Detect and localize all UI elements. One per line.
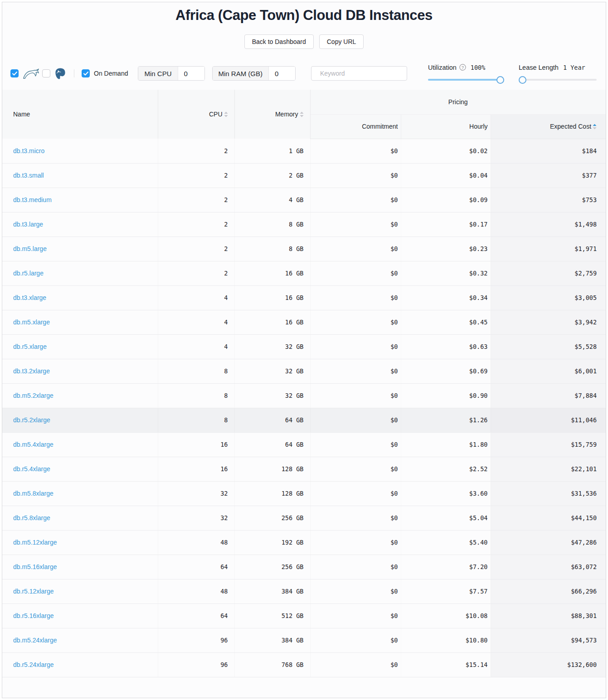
instance-name-link[interactable]: db.r5.2xlarge (13, 416, 50, 424)
cell-hourly: $0.09 (401, 188, 491, 212)
cell-memory: 1 GB (234, 139, 310, 163)
cell-cpu: 96 (158, 652, 234, 677)
instance-name-link[interactable]: db.r5.4xlarge (13, 465, 50, 473)
postgresql-checkbox[interactable] (42, 69, 50, 77)
cell-commitment: $0 (310, 457, 401, 481)
cell-expected-cost: $44,150 (491, 506, 606, 530)
instance-table-body: db.t3.micro21 GB$0$0.02$184db.t3.small22… (2, 139, 606, 677)
instance-name-link[interactable]: db.m5.xlarge (13, 319, 50, 326)
table-row: db.t3.micro21 GB$0$0.02$184 (2, 139, 606, 163)
cell-name: db.m5.4xlarge (2, 432, 158, 457)
cell-cpu: 8 (158, 408, 234, 432)
cell-expected-cost: $1,971 (491, 237, 606, 261)
cell-expected-cost: $5,528 (491, 334, 606, 359)
cell-cpu: 2 (158, 163, 234, 188)
instance-name-link[interactable]: db.t3.2xlarge (13, 367, 50, 375)
cell-commitment: $0 (310, 652, 401, 677)
table-row: db.t3.small22 GB$0$0.04$377 (2, 163, 606, 188)
instance-name-link[interactable]: db.m5.12xlarge (13, 539, 57, 546)
instance-name-link[interactable]: db.r5.large (13, 270, 44, 277)
cell-commitment: $0 (310, 530, 401, 555)
cell-cpu: 32 (158, 506, 234, 530)
cell-memory: 64 GB (234, 408, 310, 432)
min-ram-input[interactable] (269, 67, 295, 80)
instance-name-link[interactable]: db.m5.large (13, 245, 47, 252)
utilization-slider-handle[interactable] (496, 76, 504, 84)
table-row: db.r5.xlarge432 GB$0$0.63$5,528 (2, 334, 606, 359)
cell-name: db.t3.xlarge (2, 285, 158, 310)
instance-name-link[interactable]: db.r5.24xlarge (13, 661, 54, 668)
cell-cpu: 48 (158, 579, 234, 603)
cell-expected-cost: $184 (491, 139, 606, 163)
column-header-hourly[interactable]: Hourly (401, 114, 491, 139)
checkmark-icon (83, 72, 88, 76)
mysql-checkbox[interactable] (10, 69, 19, 77)
cell-commitment: $0 (310, 237, 401, 261)
table-row: db.m5.12xlarge48192 GB$0$5.40$47,286 (2, 530, 606, 555)
min-cpu-input[interactable] (178, 67, 204, 80)
lease-length-label: Lease Length (519, 64, 559, 71)
cell-memory: 8 GB (234, 212, 310, 237)
cell-name: db.m5.16xlarge (2, 555, 158, 579)
cell-commitment: $0 (310, 188, 401, 212)
instance-name-link[interactable]: db.r5.xlarge (13, 343, 47, 350)
filter-divider (74, 69, 74, 77)
instance-name-link[interactable]: db.m5.8xlarge (13, 490, 54, 497)
instance-name-link[interactable]: db.r5.8xlarge (13, 514, 50, 521)
cell-commitment: $0 (310, 481, 401, 506)
instance-name-link[interactable]: db.r5.16xlarge (13, 612, 54, 619)
table-row: db.r5.8xlarge32256 GB$0$5.04$44,150 (2, 506, 606, 530)
column-header-expected-cost[interactable]: Expected Cost (491, 114, 606, 139)
cell-hourly: $0.17 (401, 212, 491, 237)
cell-cpu: 2 (158, 237, 234, 261)
keyword-input[interactable] (320, 70, 402, 77)
instance-name-link[interactable]: db.m5.4xlarge (13, 441, 54, 448)
table-row: db.m5.8xlarge32128 GB$0$3.60$31,536 (2, 481, 606, 506)
cell-commitment: $0 (310, 432, 401, 457)
cell-name: db.r5.2xlarge (2, 408, 158, 432)
instance-name-link[interactable]: db.t3.large (13, 221, 43, 228)
cell-hourly: $1.26 (401, 408, 491, 432)
cell-commitment: $0 (310, 310, 401, 334)
instance-name-link[interactable]: db.r5.12xlarge (13, 588, 54, 595)
cell-name: db.t3.2xlarge (2, 359, 158, 383)
instance-name-link[interactable]: db.t3.micro (13, 147, 44, 154)
cell-cpu: 4 (158, 285, 234, 310)
table-row: db.r5.2xlarge864 GB$0$1.26$11,046 (2, 408, 606, 432)
instance-name-link[interactable]: db.m5.16xlarge (13, 563, 57, 570)
cell-hourly: $0.63 (401, 334, 491, 359)
instance-name-link[interactable]: db.t3.medium (13, 196, 52, 203)
cell-commitment: $0 (310, 506, 401, 530)
utilization-slider[interactable] (428, 76, 504, 83)
instance-name-link[interactable]: db.m5.24xlarge (13, 637, 57, 644)
column-header-commitment[interactable]: Commitment (310, 114, 401, 139)
table-row: db.m5.16xlarge64256 GB$0$7.20$63,072 (2, 555, 606, 579)
cell-expected-cost: $6,001 (491, 359, 606, 383)
help-icon[interactable]: ? (459, 64, 466, 71)
cell-name: db.m5.2xlarge (2, 383, 158, 408)
cell-name: db.r5.4xlarge (2, 457, 158, 481)
column-header-memory[interactable]: Memory (234, 90, 310, 139)
cell-cpu: 2 (158, 139, 234, 163)
cell-name: db.t3.small (2, 163, 158, 188)
keyword-search-box (311, 66, 407, 81)
cell-commitment: $0 (310, 383, 401, 408)
cell-expected-cost: $94,573 (491, 628, 606, 652)
lease-length-slider[interactable] (519, 76, 597, 83)
instance-name-link[interactable]: db.m5.2xlarge (13, 392, 54, 399)
cell-expected-cost: $63,072 (491, 555, 606, 579)
on-demand-checkbox[interactable] (82, 69, 90, 77)
column-header-name[interactable]: Name (2, 90, 158, 139)
cell-hourly: $0.34 (401, 285, 491, 310)
instance-name-link[interactable]: db.t3.small (13, 172, 44, 179)
copy-url-button[interactable]: Copy URL (319, 34, 364, 49)
cell-expected-cost: $15,759 (491, 432, 606, 457)
cell-name: db.m5.24xlarge (2, 628, 158, 652)
checkmark-icon (12, 72, 17, 76)
instance-name-link[interactable]: db.t3.xlarge (13, 294, 46, 301)
column-header-cpu[interactable]: CPU (158, 90, 234, 139)
cell-hourly: $15.14 (401, 652, 491, 677)
lease-length-slider-handle[interactable] (519, 76, 526, 84)
table-row: db.r5.16xlarge64512 GB$0$10.08$88,301 (2, 603, 606, 628)
back-to-dashboard-button[interactable]: Back to Dashboard (244, 34, 314, 49)
